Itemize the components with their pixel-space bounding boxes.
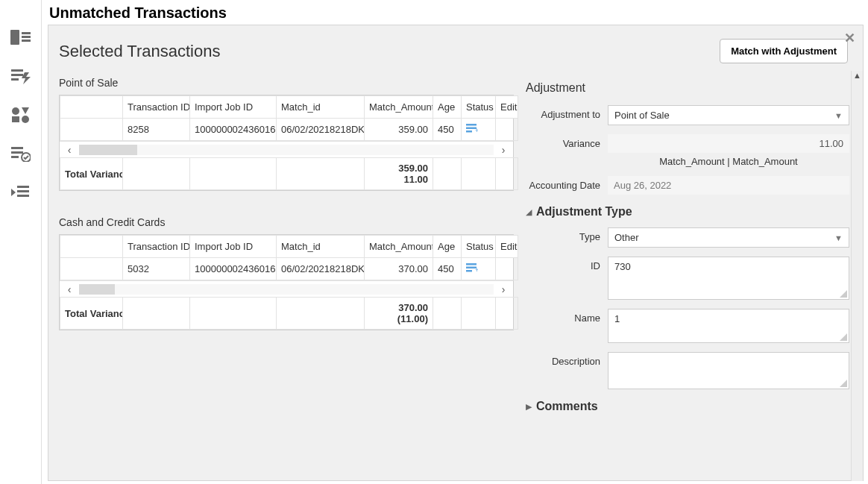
- panel-title: Selected Transactions: [59, 42, 220, 61]
- cell-transaction-id: 5032: [123, 258, 190, 280]
- page-title: Unmatched Transactions: [48, 0, 864, 25]
- nav-doc-bolt-icon[interactable]: [10, 67, 32, 85]
- scroll-left-icon[interactable]: ‹: [60, 144, 79, 156]
- total-amount-top: 359.00: [369, 163, 428, 174]
- svg-rect-18: [17, 195, 29, 197]
- svg-text:+: +: [475, 127, 478, 133]
- resize-grip-icon[interactable]: [838, 378, 849, 389]
- cell-age: 450: [433, 258, 462, 280]
- cell-match-amount: 370.00: [365, 258, 433, 280]
- col-age[interactable]: Age: [433, 236, 462, 258]
- table-header-row: Transaction ID Import Job ID Match_id Ma…: [60, 236, 518, 258]
- nav-card-icon[interactable]: [10, 28, 32, 46]
- col-import-job-id[interactable]: Import Job ID: [190, 96, 277, 119]
- description-label: Description: [526, 352, 608, 367]
- resize-grip-icon[interactable]: [838, 332, 849, 342]
- close-icon[interactable]: ✕: [844, 30, 855, 46]
- id-label: ID: [526, 257, 608, 271]
- pos-table: Transaction ID Import Job ID Match_id Ma…: [59, 95, 514, 191]
- col-edit[interactable]: Edit: [496, 236, 518, 258]
- selected-transactions-panel: ✕ Selected Transactions Match with Adjus…: [48, 25, 864, 481]
- cell-transaction-id: 8258: [123, 119, 190, 141]
- status-icon[interactable]: +: [462, 258, 496, 280]
- cell-match-id: 06/02/20218218DKK: [277, 258, 365, 280]
- svg-rect-26: [466, 270, 472, 272]
- table-header-row: Transaction ID Import Job ID Match_id Ma…: [60, 96, 518, 119]
- scroll-right-icon[interactable]: ›: [494, 144, 513, 156]
- nav-list-arrow-icon[interactable]: [10, 183, 32, 201]
- nav-shapes-icon[interactable]: [10, 106, 32, 124]
- vertical-scrollbar[interactable]: ▲: [851, 71, 863, 481]
- nav-doc-check-icon[interactable]: [10, 145, 32, 163]
- svg-marker-19: [11, 189, 16, 196]
- pos-section-label: Point of Sale: [59, 77, 514, 89]
- variance-helper: Match_Amount | Match_Amount: [608, 153, 849, 167]
- variance-label: Variance: [526, 134, 608, 149]
- horizontal-scrollbar[interactable]: ‹ ›: [60, 141, 513, 157]
- col-transaction-id[interactable]: Transaction ID: [123, 236, 190, 258]
- total-variance-label: Total Variance: [65, 308, 118, 319]
- adjustment-type-heading: Adjustment Type: [536, 205, 632, 219]
- type-select[interactable]: Other ▼: [608, 227, 849, 248]
- col-transaction-id[interactable]: Transaction ID: [123, 96, 190, 119]
- name-label: Name: [526, 309, 608, 324]
- total-amount-top: 370.00: [369, 302, 428, 313]
- svg-rect-4: [11, 69, 23, 72]
- svg-rect-1: [22, 32, 31, 34]
- svg-marker-9: [22, 107, 29, 114]
- scroll-up-icon[interactable]: ▲: [852, 71, 863, 83]
- col-import-job-id[interactable]: Import Job ID: [190, 236, 277, 258]
- svg-rect-3: [22, 40, 31, 42]
- svg-rect-20: [466, 124, 477, 126]
- description-input[interactable]: [608, 352, 849, 389]
- accounting-date-value: Aug 26, 2022: [608, 176, 849, 195]
- table-row[interactable]: 8258 100000002436016 06/02/20218218DKK 3…: [60, 119, 518, 141]
- scroll-left-icon[interactable]: ‹: [60, 283, 79, 295]
- svg-rect-2: [22, 36, 31, 38]
- accounting-date-label: Accounting Date: [526, 176, 608, 191]
- col-match-amount[interactable]: Match_Amount: [365, 236, 433, 258]
- id-input[interactable]: 730: [608, 257, 849, 300]
- svg-point-8: [12, 107, 19, 115]
- triangle-down-icon: ◢: [526, 207, 532, 217]
- variance-value: 11.00: [608, 134, 849, 153]
- col-status[interactable]: Status: [462, 96, 496, 119]
- comments-toggle[interactable]: ▶ Comments: [526, 400, 849, 413]
- name-input[interactable]: 1: [608, 309, 849, 343]
- horizontal-scrollbar[interactable]: ‹ ›: [60, 280, 513, 297]
- col-match-id[interactable]: Match_id: [277, 236, 365, 258]
- total-variance-label: Total Variance: [65, 169, 118, 180]
- svg-rect-5: [11, 74, 23, 76]
- col-match-amount[interactable]: Match_Amount: [365, 96, 433, 119]
- comments-heading: Comments: [536, 400, 598, 413]
- svg-rect-17: [17, 190, 29, 192]
- col-match-id[interactable]: Match_id: [277, 96, 365, 119]
- col-edit[interactable]: Edit: [496, 96, 518, 119]
- svg-rect-0: [10, 30, 19, 45]
- svg-rect-10: [12, 116, 19, 122]
- col-age[interactable]: Age: [433, 96, 462, 119]
- adjustment-to-value: Point of Sale: [614, 110, 670, 121]
- scroll-right-icon[interactable]: ›: [494, 283, 513, 295]
- cell-import-job-id: 100000002436016: [190, 258, 277, 280]
- cell-import-job-id: 100000002436016: [190, 119, 277, 141]
- match-with-adjustment-button[interactable]: Match with Adjustment: [720, 39, 848, 63]
- svg-point-11: [22, 116, 29, 123]
- resize-grip-icon[interactable]: [838, 289, 849, 299]
- svg-rect-16: [17, 186, 29, 188]
- table-row[interactable]: 5032 100000002436016 06/02/20218218DKK 3…: [60, 258, 518, 280]
- ccc-section-label: Cash and Credit Cards: [59, 216, 514, 228]
- cell-match-id: 06/02/20218218DKK: [277, 119, 365, 141]
- svg-rect-12: [11, 147, 23, 149]
- type-value: Other: [614, 232, 639, 243]
- adjustment-to-select[interactable]: Point of Sale ▼: [608, 105, 849, 125]
- name-value: 1: [614, 313, 620, 324]
- status-icon[interactable]: +: [462, 119, 496, 141]
- col-status[interactable]: Status: [462, 236, 496, 258]
- svg-rect-14: [11, 156, 19, 158]
- triangle-right-icon: ▶: [526, 402, 532, 412]
- adjustment-to-label: Adjustment to: [526, 105, 608, 120]
- svg-text:+: +: [475, 266, 478, 273]
- adjustment-type-toggle[interactable]: ◢ Adjustment Type: [526, 205, 849, 219]
- svg-rect-13: [11, 151, 23, 154]
